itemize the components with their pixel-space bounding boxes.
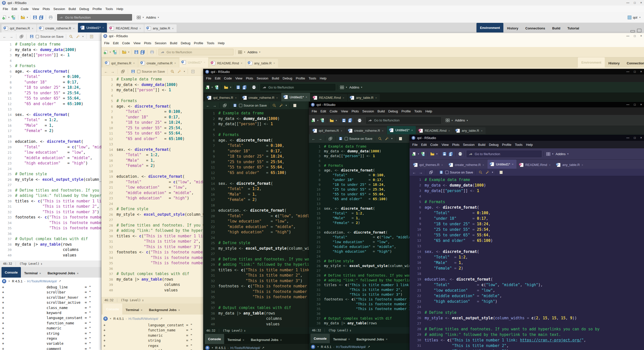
tab-close-icon[interactable]: × xyxy=(280,338,282,341)
panes-grid-icon[interactable] xyxy=(445,118,450,123)
search-icon[interactable] xyxy=(272,103,277,108)
tab-close-icon[interactable]: × xyxy=(172,27,174,30)
tab-close-icon[interactable]: × xyxy=(582,163,583,166)
new-file-icon[interactable] xyxy=(103,50,108,55)
console-tab-background-jobs[interactable]: Background Jobs× xyxy=(146,305,183,315)
panes-grid-icon[interactable] xyxy=(237,50,243,55)
open-recent-dropdown-icon[interactable]: ▾ xyxy=(128,51,130,53)
tab-close-icon[interactable]: × xyxy=(73,27,74,30)
new-project-icon[interactable] xyxy=(214,85,220,90)
menu-file[interactable]: File xyxy=(102,41,111,45)
menu-file[interactable]: File xyxy=(310,109,319,113)
menu-edit[interactable]: Edit xyxy=(111,41,120,45)
wand-dropdown-icon[interactable]: ▾ xyxy=(492,171,494,173)
back-arrow-icon[interactable]: ← xyxy=(2,34,7,39)
tab-close-icon[interactable]: × xyxy=(133,62,135,65)
panes-grid-icon[interactable] xyxy=(136,15,141,20)
goto-directory-icon[interactable]: ↗ xyxy=(368,345,370,348)
editor-tab-create_rstheme.R[interactable]: Rcreate_rstheme.R× xyxy=(240,94,281,101)
menu-profile[interactable]: Profile xyxy=(400,109,413,113)
console-tab-background-jobs[interactable]: Background Jobs× xyxy=(353,335,391,343)
menu-edit[interactable]: Edit xyxy=(419,143,428,147)
back-arrow-icon[interactable]: ← xyxy=(311,137,316,141)
menu-build[interactable]: Build xyxy=(270,76,281,80)
tab-close-icon[interactable]: × xyxy=(343,96,344,99)
menu-plots[interactable]: Plots xyxy=(350,109,360,113)
editor-tab-any_table.R[interactable]: Rany_table.R× xyxy=(246,59,278,67)
print-icon[interactable] xyxy=(251,85,257,90)
pane-tab-build[interactable]: Build xyxy=(549,24,564,32)
menu-build[interactable]: Build xyxy=(376,109,387,113)
tab-close-icon[interactable]: × xyxy=(348,338,350,341)
print-icon[interactable] xyxy=(357,118,362,123)
menu-session[interactable]: Session xyxy=(52,7,67,11)
console-tab-background-jobs[interactable]: Background Jobs× xyxy=(248,336,285,344)
tab-close-icon[interactable]: × xyxy=(102,26,104,29)
forward-arrow-icon[interactable]: → xyxy=(418,170,423,174)
maximize-button[interactable]: □ xyxy=(634,70,636,73)
menu-view[interactable]: View xyxy=(233,76,244,80)
scope-selector[interactable]: (Top Level) ⇕ xyxy=(325,329,351,332)
window-titlebar[interactable]: R qol - RStudio — □ × xyxy=(410,135,644,141)
goto-file-box[interactable]: Go to file/function xyxy=(260,84,335,91)
new-file-icon[interactable] xyxy=(2,15,7,20)
save-all-icon[interactable] xyxy=(242,85,247,90)
menu-edit[interactable]: Edit xyxy=(213,76,222,80)
menu-help[interactable]: Help xyxy=(524,143,535,147)
open-file-icon[interactable] xyxy=(223,85,229,90)
new-file-dropdown-icon[interactable]: ▾ xyxy=(109,51,111,53)
forward-arrow-icon[interactable]: → xyxy=(110,69,115,74)
new-file-dropdown-icon[interactable]: ▾ xyxy=(211,86,213,89)
tab-close-icon[interactable]: × xyxy=(174,62,176,65)
menu-code[interactable]: Code xyxy=(222,76,233,80)
compile-notebook-icon[interactable] xyxy=(292,103,298,108)
menu-help[interactable]: Help xyxy=(318,76,328,80)
back-arrow-icon[interactable]: ← xyxy=(205,103,211,108)
scope-selector[interactable]: (Top Level) ⇕ xyxy=(117,298,144,302)
menu-debug[interactable]: Debug xyxy=(179,41,192,45)
addins-button[interactable]: Addins ▾ xyxy=(454,118,469,122)
panes-dropdown-icon[interactable]: ▾ xyxy=(244,51,246,53)
menu-help[interactable]: Help xyxy=(216,41,226,45)
menu-session[interactable]: Session xyxy=(461,143,476,147)
goto-directory-icon[interactable]: ↗ xyxy=(262,346,264,349)
minimize-button[interactable]: — xyxy=(626,70,629,73)
goto-directory-icon[interactable]: ↗ xyxy=(59,279,61,283)
save-all-icon[interactable] xyxy=(38,15,44,20)
tab-close-icon[interactable]: × xyxy=(235,96,236,99)
menu-profile[interactable]: Profile xyxy=(294,76,307,80)
goto-file-box[interactable]: Go to file/function xyxy=(366,117,441,124)
source-on-save-checkbox[interactable] xyxy=(137,70,140,73)
menu-session[interactable]: Session xyxy=(153,41,168,45)
project-selector[interactable]: qol ▾ xyxy=(628,16,642,19)
working-directory[interactable]: H:/Tools/R/Work/qol/ xyxy=(27,279,57,283)
save-icon[interactable] xyxy=(442,151,447,156)
close-button[interactable]: × xyxy=(640,34,642,38)
goto-file-box[interactable]: Go to file/function xyxy=(158,49,233,55)
editor-tab-README.Rmd[interactable]: RREADME.Rmd× xyxy=(416,127,453,134)
search-icon[interactable] xyxy=(377,136,383,141)
menu-plots[interactable]: Plots xyxy=(450,143,461,147)
minimize-button[interactable]: — xyxy=(626,34,629,38)
console-tab-console[interactable]: Console xyxy=(103,303,122,315)
save-icon[interactable] xyxy=(134,50,139,55)
addins-button[interactable]: Addins ▾ xyxy=(348,85,364,89)
editor-tab-Untitled1*[interactable]: RUntitled1*× xyxy=(281,93,310,101)
magic-wand-icon[interactable] xyxy=(384,136,390,141)
tab-close-icon[interactable]: × xyxy=(273,62,275,65)
pane-tab-history[interactable]: History xyxy=(503,24,522,32)
menu-view[interactable]: View xyxy=(339,109,350,113)
scope-selector[interactable]: (Top Level) ⇕ xyxy=(16,262,43,266)
menu-file[interactable]: File xyxy=(411,143,419,147)
tab-close-icon[interactable]: × xyxy=(411,129,413,132)
r-version-dropdown-icon[interactable]: ▾ xyxy=(211,346,214,349)
editor-tab-create_rstheme.R[interactable]: Rcreate_rstheme.R× xyxy=(37,24,78,32)
save-icon[interactable] xyxy=(232,103,238,108)
search-icon[interactable] xyxy=(478,170,484,175)
menu-tools[interactable]: Tools xyxy=(513,143,524,147)
code-editor[interactable]: 1# Example data frame2my_data <- dummy_d… xyxy=(410,176,644,350)
print-icon[interactable] xyxy=(149,50,155,55)
editor-tab-create_rstheme.R[interactable]: Rcreate_rstheme.R× xyxy=(138,59,179,67)
menu-code[interactable]: Code xyxy=(19,7,30,11)
editor-tab-Untitled1*[interactable]: RUntitled1*× xyxy=(488,160,516,169)
